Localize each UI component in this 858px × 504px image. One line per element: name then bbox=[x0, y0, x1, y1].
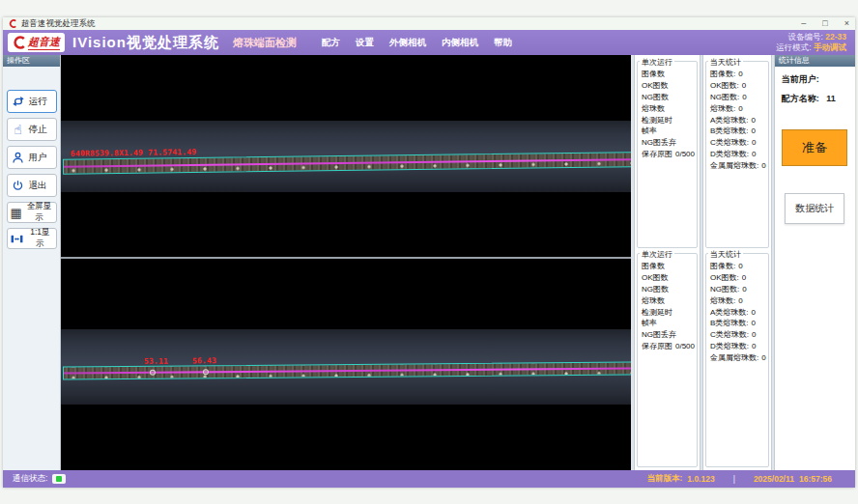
brand-logo: 超音速 bbox=[8, 33, 65, 52]
minimize-button[interactable]: – bbox=[801, 17, 806, 30]
one-to-one-icon bbox=[10, 232, 25, 246]
stat-row: D类熔珠数:0 bbox=[708, 341, 766, 352]
single-run-stats-outer: 单次运行 图像数 OK图数 NG图数 熔珠数 检测延时 帧率 NG图丢弃 保存原… bbox=[637, 61, 698, 248]
single-run-stats-column: 单次运行 图像数 OK图数 NG图数 熔珠数 检测延时 帧率 NG图丢弃 保存原… bbox=[634, 55, 701, 470]
comm-status-indicator bbox=[52, 474, 66, 484]
stop-button-label: 停止 bbox=[29, 124, 47, 136]
run-mode-value: 手动调试 bbox=[814, 42, 846, 52]
version-datetime: 当前版本: 1.0.123 | 2025/02/11 16:57:56 bbox=[646, 473, 832, 485]
user-icon bbox=[11, 151, 26, 165]
prepare-button[interactable]: 准备 bbox=[782, 129, 847, 166]
stat-row: 熔珠数:0 bbox=[708, 294, 766, 306]
close-button[interactable]: × bbox=[844, 17, 849, 30]
bead-marker bbox=[203, 369, 209, 375]
measurement-annotation: 640R8539.8X1.49 71.5741.49 bbox=[71, 148, 197, 158]
stop-button[interactable]: ☝ 停止 bbox=[7, 118, 57, 141]
stat-row: 保存原图0/500 bbox=[640, 341, 695, 352]
window-title: 超音速视觉处理系统 bbox=[21, 18, 96, 30]
info-panel-title: 统计信息 bbox=[775, 55, 855, 67]
menu-recipe[interactable]: 配方 bbox=[322, 37, 340, 49]
stat-row: 金属屑熔珠数:0 bbox=[708, 159, 766, 171]
green-led-icon bbox=[56, 476, 62, 482]
comm-status-label: 通信状态: bbox=[13, 473, 47, 485]
stat-row: 检测延时 bbox=[640, 114, 695, 126]
brand-c-icon bbox=[13, 36, 26, 49]
current-user-row: 当前用户: bbox=[782, 73, 855, 86]
sidebar-title: 操作区 bbox=[3, 55, 60, 67]
stat-row: NG图丢弃 bbox=[640, 329, 695, 341]
camera-view-inner[interactable]: 53.11 56.43 bbox=[61, 259, 631, 470]
menu-outer-camera[interactable]: 外侧相机 bbox=[389, 37, 426, 49]
recipe-name-row: 配方名称: 11 bbox=[782, 93, 855, 105]
user-button[interactable]: 用户 bbox=[7, 146, 57, 169]
stat-row: OK图数 bbox=[640, 80, 695, 92]
menu-settings[interactable]: 设置 bbox=[356, 37, 374, 49]
version-label: 当前版本: bbox=[646, 473, 682, 485]
fullscreen-grid-icon: ▦ bbox=[10, 207, 23, 219]
stat-row: C类熔珠数:0 bbox=[708, 329, 766, 341]
stat-row: 图像数:0 bbox=[708, 261, 766, 272]
data-statistics-button[interactable]: 数据统计 bbox=[785, 193, 844, 224]
separator: | bbox=[733, 474, 735, 484]
power-icon bbox=[11, 179, 26, 193]
fullscreen-button[interactable]: ▦ 全屏显示 bbox=[7, 202, 57, 223]
stat-row: 图像数:0 bbox=[708, 69, 766, 80]
stat-row: B类熔珠数:0 bbox=[708, 126, 766, 137]
stat-row: 检测延时 bbox=[640, 306, 695, 318]
stat-row: D类熔珠数:0 bbox=[708, 149, 766, 160]
recipe-name-value: 11 bbox=[826, 94, 836, 103]
status-bar: 通信状态: 当前版本: 1.0.123 | 2025/02/11 16:57:5… bbox=[3, 470, 855, 488]
stat-row: B类熔珠数:0 bbox=[708, 318, 766, 329]
exit-button-label: 退出 bbox=[29, 180, 47, 192]
group-title: 当天统计 bbox=[708, 249, 743, 260]
stat-row: 图像数 bbox=[640, 261, 695, 272]
run-button-label: 运行 bbox=[29, 96, 47, 108]
stat-row: 熔珠数:0 bbox=[708, 102, 766, 114]
measurement-annotation-right: 56.43 bbox=[192, 356, 216, 365]
menu-help[interactable]: 帮助 bbox=[494, 37, 512, 49]
maximize-button[interactable]: □ bbox=[822, 17, 827, 30]
user-button-label: 用户 bbox=[29, 152, 47, 164]
group-title: 单次运行 bbox=[640, 57, 674, 68]
stat-row: 图像数 bbox=[640, 69, 695, 80]
stat-row: NG图数 bbox=[640, 92, 695, 103]
stat-row: OK图数 bbox=[640, 272, 695, 284]
stat-row: 金属屑熔珠数:0 bbox=[708, 351, 766, 363]
version-value: 1.0.123 bbox=[687, 474, 714, 484]
stat-row: C类熔珠数:0 bbox=[708, 137, 766, 149]
stat-row: OK图数:0 bbox=[708, 272, 766, 284]
status-date: 2025/02/11 bbox=[754, 474, 794, 484]
single-run-stats-inner: 单次运行 图像数 OK图数 NG图数 熔珠数 检测延时 帧率 NG图丢弃 保存原… bbox=[637, 253, 698, 467]
stat-row: NG图数 bbox=[640, 284, 695, 295]
run-mode-label: 运行模式: bbox=[776, 42, 811, 52]
app-title: IVision视觉处理系统 bbox=[72, 34, 219, 52]
stat-row: 帧率 bbox=[640, 126, 695, 137]
stat-row: NG图数:0 bbox=[708, 92, 766, 103]
stat-row: 熔珠数 bbox=[640, 294, 695, 306]
one-to-one-button-label: 1:1显示 bbox=[26, 227, 53, 250]
operation-sidebar: 操作区 运行 ☝ 停止 用户 bbox=[3, 55, 61, 470]
recipe-name-label: 配方名称: bbox=[782, 94, 819, 103]
camera-view-outer[interactable]: 640R8539.8X1.49 71.5741.49 bbox=[61, 55, 631, 257]
main-menu: 配方 设置 外侧相机 内侧相机 帮助 bbox=[322, 37, 512, 49]
daily-stats-inner: 当天统计 图像数:0 OK图数:0 NG图数:0 熔珠数:0 A类熔珠数:0 B… bbox=[705, 253, 769, 467]
one-to-one-button[interactable]: 1:1显示 bbox=[7, 228, 57, 249]
stat-row: OK图数:0 bbox=[708, 80, 766, 92]
stat-row: A类熔珠数:0 bbox=[708, 114, 766, 126]
stat-row: 保存原图0/500 bbox=[640, 149, 695, 160]
stat-row: NG图丢弃 bbox=[640, 137, 695, 149]
current-user-label: 当前用户: bbox=[782, 74, 819, 84]
stat-row: NG图数:0 bbox=[708, 284, 766, 295]
fullscreen-button-label: 全屏显示 bbox=[25, 201, 54, 224]
app-subtitle: 熔珠端面检测 bbox=[233, 36, 297, 50]
exit-button[interactable]: 退出 bbox=[7, 174, 57, 197]
device-info: 设备编号: 22-33 运行模式: 手动调试 bbox=[776, 32, 846, 54]
window-titlebar: 超音速视觉处理系统 – □ × bbox=[3, 17, 855, 30]
menu-inner-camera[interactable]: 内侧相机 bbox=[442, 37, 478, 49]
app-logo-icon bbox=[9, 19, 17, 28]
statistics-info-panel: 统计信息 当前用户: 配方名称: 11 准备 数据统计 bbox=[774, 55, 855, 470]
stat-row: 熔珠数 bbox=[640, 102, 695, 114]
stop-hand-icon: ☝ bbox=[11, 123, 26, 136]
brand-name: 超音速 bbox=[28, 35, 60, 50]
run-button[interactable]: 运行 bbox=[7, 90, 57, 113]
